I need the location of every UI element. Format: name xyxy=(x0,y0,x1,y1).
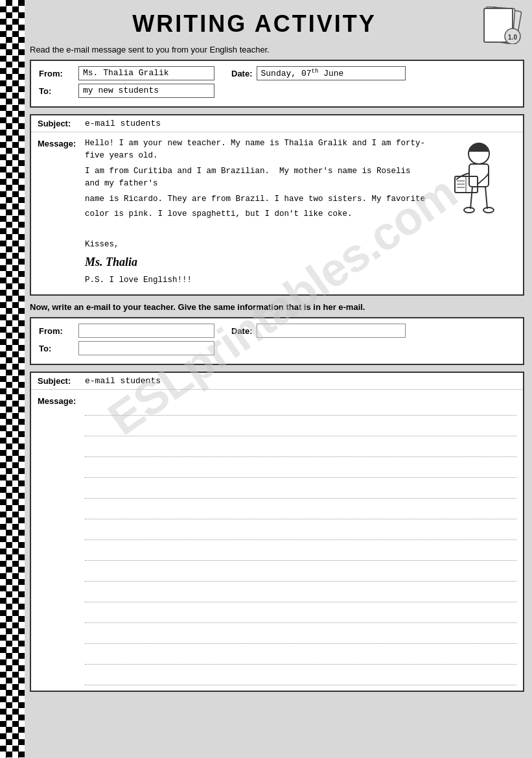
student-write-box: Subject: e-mail students Message: xyxy=(30,372,524,692)
student-from-label: From: xyxy=(39,326,75,336)
svg-point-12 xyxy=(464,207,474,213)
svg-text:1.0: 1.0 xyxy=(508,34,517,41)
write-line-14[interactable] xyxy=(85,665,516,685)
student-subject-value: e-mail students xyxy=(85,376,161,386)
student-subject-label: Subject: xyxy=(38,376,80,386)
student-illustration xyxy=(434,137,505,222)
subject-message-box: Subject: e-mail students Message: Hello!… xyxy=(30,114,524,296)
write-line-3[interactable] xyxy=(85,436,516,457)
write-line-6[interactable] xyxy=(85,499,516,519)
from-value: Ms. Thalia Gralik xyxy=(78,66,214,80)
student-date-input[interactable] xyxy=(257,324,406,338)
write-line-10[interactable] xyxy=(85,582,516,602)
border-checkerboard xyxy=(0,0,25,758)
date-value: Sunday, 07th June xyxy=(257,66,406,80)
write-line-13[interactable] xyxy=(85,644,516,665)
message-text: Hello! I am your new teacher. My name is… xyxy=(85,137,428,289)
message-signature: Ms. Thalia xyxy=(85,254,428,272)
student-from-input[interactable] xyxy=(78,324,214,338)
student-to-row: To: xyxy=(39,341,515,355)
student-to-label: To: xyxy=(39,344,75,353)
write-line-12[interactable] xyxy=(85,623,516,644)
student-subject-row: Subject: e-mail students xyxy=(31,373,523,390)
from-label: From: xyxy=(39,69,75,78)
student-message-label: Message: xyxy=(38,395,80,406)
page-title: WRITING ACTIVITY xyxy=(132,8,376,37)
email-header-box: From: Ms. Thalia Gralik Date: Sunday, 07… xyxy=(30,60,524,108)
date-label: Date: xyxy=(231,69,253,78)
subject-row: Subject: e-mail students xyxy=(31,115,523,132)
title-row: WRITING ACTIVITY 1.0 xyxy=(30,6,524,42)
section2-instruction: Now, write an e-mail to your teacher. Gi… xyxy=(30,302,524,312)
write-line-8[interactable] xyxy=(85,540,516,561)
subject-label: Subject: xyxy=(38,119,80,128)
to-value: my new students xyxy=(78,84,214,98)
message-label: Message: xyxy=(38,137,80,148)
student-email-box: From: Date: To: xyxy=(30,317,524,365)
message-line-1: Hello! I am your new teacher. My name is… xyxy=(85,137,428,163)
write-line-11[interactable] xyxy=(85,602,516,623)
to-row: To: my new students xyxy=(39,84,515,98)
to-label: To: xyxy=(39,86,75,96)
message-line-4: color is pink. I love spaghetti, but I d… xyxy=(85,208,428,220)
paper-badge-icon: 1.0 xyxy=(479,6,523,44)
badge-container: 1.0 xyxy=(479,6,524,42)
svg-point-13 xyxy=(483,207,494,213)
message-row: Message: Hello! I am your new teacher. M… xyxy=(31,132,523,294)
write-line-9[interactable] xyxy=(85,561,516,582)
subject-value: e-mail students xyxy=(85,119,161,128)
from-row: From: Ms. Thalia Gralik Date: Sunday, 07… xyxy=(39,66,515,80)
write-line-1[interactable] xyxy=(85,395,516,416)
write-line-7[interactable] xyxy=(85,519,516,540)
message-line-3: name is Ricardo. They are from Brazil. I… xyxy=(85,193,428,206)
content-area: ESLprintables.com WRITING ACTIVITY 1.0 xyxy=(25,0,532,758)
write-line-2[interactable] xyxy=(85,416,516,436)
message-ps: P.S. I love English!!! xyxy=(85,274,428,287)
student-to-input[interactable] xyxy=(78,341,214,355)
student-writing-lines[interactable] xyxy=(85,395,516,685)
message-line-2: I am from Curitiba and I am Brazilian. M… xyxy=(85,165,428,191)
student-date-label: Date: xyxy=(231,326,253,336)
message-line-5 xyxy=(85,223,428,235)
write-line-4[interactable] xyxy=(85,457,516,478)
student-from-row: From: Date: xyxy=(39,324,515,338)
student-message-area: Message: xyxy=(31,390,523,691)
message-kisses: Kisses, xyxy=(85,239,428,251)
section1-instruction: Read the e-mail message sent to you from… xyxy=(30,45,524,54)
write-line-5[interactable] xyxy=(85,478,516,499)
